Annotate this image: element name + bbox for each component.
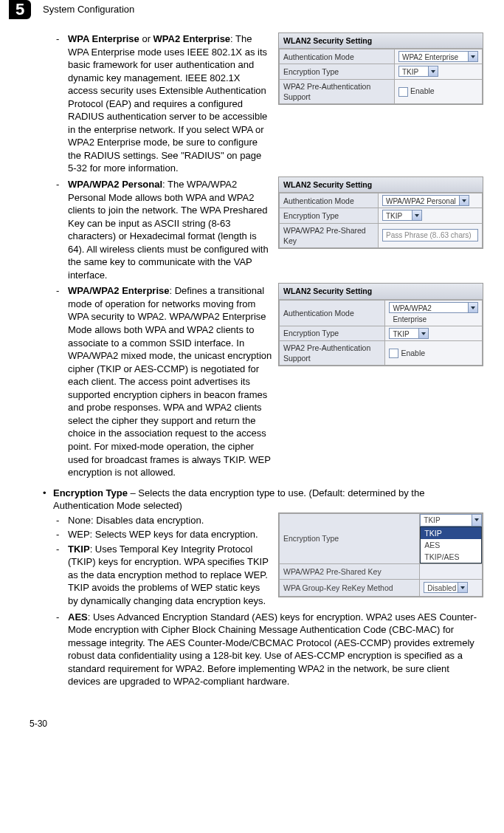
psk-label: WPA/WPA2 Pre-Shared Key: [280, 223, 379, 247]
auth-mode-label: Authentication Mode: [280, 193, 379, 208]
group-rekey-select[interactable]: Disabled: [424, 582, 468, 593]
list-item: - AES: Uses Advanced Encryption Standard…: [43, 611, 483, 688]
wpa-mixed-enterprise-heading: WPA/WPA2 Enterprise: [68, 285, 169, 296]
wpa-personal-heading: WPA/WPA2 Personal: [68, 179, 162, 190]
auth-mode-label: Authentication Mode: [280, 49, 395, 64]
list-item: - TKIP: Uses Temporal Key Integrity Prot…: [43, 543, 272, 608]
panel-title: WLAN2 Security Setting: [279, 284, 483, 299]
wep-text: WEP: Selects WEP keys for data encryptio…: [68, 528, 272, 541]
option-tkip-aes[interactable]: TKIP/AES: [421, 551, 481, 563]
panel-title: WLAN2 Security Setting: [279, 33, 483, 49]
auth-mode-select[interactable]: WPA/WPA2 Enterprise: [389, 302, 478, 313]
list-item: - WPA Enterprise or WPA2 Enterprise: The…: [43, 32, 272, 175]
panel-title: WLAN2 Security Setting: [279, 177, 483, 193]
auth-mode-label: Authentication Mode: [280, 300, 385, 326]
auth-mode-select[interactable]: WPA2 Enterprise: [398, 51, 478, 62]
list-item: - WPA/WPA2 Enterprise: Defines a transit…: [43, 284, 272, 479]
encryption-type-label: Encryption Type: [280, 64, 395, 79]
list-item: • Encryption Type – Selects the data enc…: [43, 487, 483, 513]
encryption-type-dropdown-panel: Encryption Type TKIP TKIP AES TKIP/AES: [278, 513, 483, 597]
encryption-type-select[interactable]: TKIP: [382, 210, 422, 221]
chapter-number-badge: 5: [9, 0, 31, 19]
tkip-heading: TKIP: [68, 544, 90, 555]
list-item: - WPA/WPA2 Personal: The WPA/WPA2 Person…: [43, 178, 272, 281]
psk-label: WPA/WPA2 Pre-Shared Key: [280, 564, 420, 580]
wlan2-panel-mixed-enterprise: WLAN2 Security Setting Authentication Mo…: [278, 283, 483, 366]
none-text: None: Disables data encryption.: [68, 514, 272, 527]
encryption-type-heading: Encryption Type: [53, 487, 128, 498]
encryption-options-list[interactable]: TKIP AES TKIP/AES: [420, 527, 482, 564]
aes-text: : Uses Advanced Encryption Standard (AES…: [68, 611, 477, 688]
list-item: - None: Disables data encryption.: [43, 514, 272, 527]
list-item: - WEP: Selects WEP keys for data encrypt…: [43, 528, 272, 541]
preauth-text: Enable: [401, 349, 425, 357]
wpa-personal-text: : The WPA/WPA2 Personal Mode allows both…: [68, 179, 269, 281]
encryption-type-select[interactable]: TKIP: [420, 514, 482, 527]
encryption-type-label: Encryption Type: [280, 208, 379, 223]
group-rekey-label: WPA Group-Key ReKey Method: [280, 580, 420, 596]
wpa-enterprise-text: : The WPA Enterprise mode uses IEEE 802.…: [68, 33, 267, 174]
psk-input[interactable]: Pass Phrase (8..63 chars): [382, 229, 478, 241]
encryption-type-select[interactable]: TKIP: [398, 66, 438, 77]
preauth-label: WPA2 Pre-Authentication Support: [280, 340, 385, 365]
auth-mode-select[interactable]: WPA/WPA2 Personal: [382, 195, 469, 206]
preauth-checkbox[interactable]: [389, 349, 398, 358]
page-number: 5-30: [30, 718, 483, 730]
aes-heading: AES: [68, 611, 88, 623]
preauth-label: WPA2 Pre-Authentication Support: [280, 79, 395, 103]
page-title: System Configuration: [43, 3, 134, 16]
tkip-text: : Uses Temporal Key Integrity Protocol (…: [68, 544, 269, 606]
encryption-type-label: Encryption Type: [280, 513, 420, 564]
wlan2-panel-personal: WLAN2 Security Setting Authentication Mo…: [278, 176, 483, 249]
wpa-enterprise-heading: WPA Enterprise: [68, 33, 139, 44]
wpa2-enterprise-heading: WPA2 Enterprise: [153, 33, 231, 44]
option-aes[interactable]: AES: [421, 539, 481, 551]
preauth-text: Enable: [410, 86, 435, 95]
encryption-type-select[interactable]: TKIP: [389, 328, 429, 339]
page-header: 5 System Configuration: [9, 0, 483, 19]
option-tkip[interactable]: TKIP: [421, 527, 481, 539]
wpa-mixed-enterprise-text: : Defines a transitional mode of operati…: [68, 285, 272, 478]
encryption-type-label: Encryption Type: [280, 326, 385, 340]
wlan2-panel-wpa2-enterprise: WLAN2 Security Setting Authentication Mo…: [278, 32, 483, 105]
preauth-checkbox[interactable]: [398, 87, 408, 97]
